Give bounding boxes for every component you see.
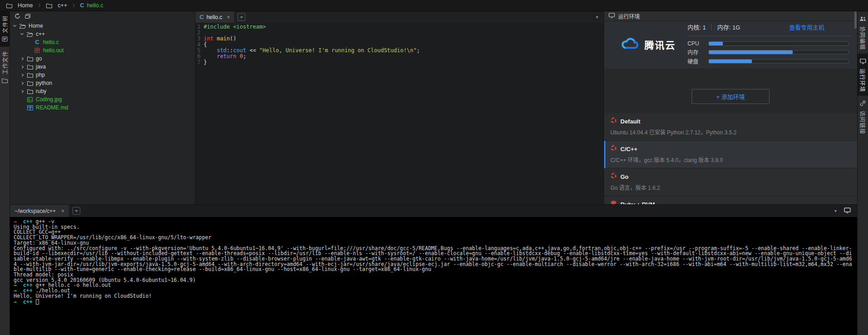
tree-item-php[interactable]: php (10, 71, 195, 79)
code-token: () (230, 36, 236, 42)
memory-spec: 内存: 1G (717, 23, 740, 31)
code-token: "Hello, Universe! I'm running on CloudSt… (259, 48, 417, 54)
terminal-output[interactable]: → c++ g++ -vUsing built-in specs.COLLECT… (10, 217, 857, 335)
breadcrumb-item-helloc[interactable]: C hello.c (80, 2, 103, 9)
close-icon[interactable]: × (61, 208, 64, 214)
terminal-text: Configured with: ../src/configure -v --w… (14, 245, 852, 273)
env-item-c-c-[interactable]: C/C++C/C++ 环境，gcc 版本 5.4.0，clang 版本 3.8.… (604, 141, 857, 168)
chevron-right-icon[interactable] (20, 57, 24, 60)
main-column: Homec++Chello.chello.outgojavaphppythonr… (10, 11, 857, 335)
tree-item-hello-c[interactable]: Chello.c (10, 38, 195, 46)
meter-fill (709, 50, 793, 54)
terminal-text (33, 299, 36, 305)
meter-track (708, 50, 849, 54)
meter-label: 内存 (688, 48, 703, 56)
tree-indent-spacer (28, 41, 30, 44)
left-rail-tab-workspace-files[interactable]: 工作文件 (0, 47, 10, 88)
meter-内存: 内存 (688, 48, 852, 56)
terminal-line: Using built-in specs. (14, 225, 854, 230)
breadcrumb-label: hello.c (87, 2, 103, 9)
tree-item-label: ruby (36, 88, 46, 94)
breadcrumb-item-cpp[interactable]: c++ (45, 2, 67, 9)
new-terminal-button[interactable]: + (73, 207, 80, 215)
meter-track (708, 41, 849, 46)
line-number: 7 (197, 59, 204, 65)
host-info-card: 腾讯云 内核: 1 内存: 1G 查看专用主机 CPU内存硬盘 (604, 21, 857, 69)
code-line: 1#include <iostream> (195, 24, 604, 30)
env-name: Go (620, 173, 629, 180)
chevron-right-icon[interactable] (20, 89, 24, 93)
refresh-icon[interactable] (15, 13, 20, 21)
chevron-right-icon[interactable] (20, 73, 24, 76)
tree-item-readme-md[interactable]: README.md (10, 103, 195, 112)
left-rail-tab-file-tree[interactable]: 文件树 (0, 11, 10, 47)
chevron-down-icon[interactable] (20, 32, 24, 35)
chevron-down-icon[interactable]: ▾ (596, 15, 598, 20)
close-icon[interactable]: × (227, 14, 230, 20)
env-description: Go 语言，版本 1.6.2 (610, 183, 851, 191)
tree-item-hello-out[interactable]: hello.out (10, 46, 195, 54)
monitor-icon (860, 58, 866, 66)
tree-item-label: python (36, 80, 52, 86)
right-rail-tab-label: 协同编辑 (859, 26, 867, 50)
terminal-tab[interactable]: ~/workspace/c++ × (10, 205, 69, 217)
maximize-terminal-icon[interactable] (844, 207, 851, 215)
file-tree: Homec++Chello.chello.outgojavaphppythonr… (10, 22, 195, 112)
tree-item-coding-jpg[interactable]: Coding.jpg (10, 95, 195, 103)
chevron-down-icon[interactable] (13, 24, 16, 27)
meter-cpu: CPU (688, 40, 852, 47)
code-token: } (204, 59, 207, 65)
c-file-icon: C (34, 39, 41, 45)
tree-item-java[interactable]: java (10, 63, 195, 71)
code-editor[interactable]: C hello.c × + ▾ 1#include <iostream>23in… (195, 11, 604, 204)
ruby-icon (610, 200, 617, 204)
env-item-default[interactable]: DefaultUbuntu 14.04.4 已安装 Python 2.7.12，… (604, 113, 857, 141)
terminal-cursor (36, 299, 39, 305)
folder-icon (26, 64, 34, 69)
monitor-icon (609, 13, 615, 20)
markdown-file-icon (26, 105, 34, 110)
folder-open-icon (19, 24, 26, 29)
code-token (214, 36, 217, 42)
tree-item-ruby[interactable]: ruby (10, 87, 195, 95)
folder-icon (26, 89, 34, 94)
view-dedicated-host-link[interactable]: 查看专用主机 (789, 23, 824, 31)
editor-tab-helloc[interactable]: C hello.c × (195, 11, 234, 23)
runtime-environment-panel: 运行环境 腾讯云 内核: 1 内存: 1G 查看专用主机 (604, 11, 857, 204)
main-body: 文件树 工作文件 Homec++Chello.chello.outgojavap… (0, 11, 868, 335)
code-token: #include <iostream> (204, 24, 266, 30)
add-environment-button[interactable]: + 添加环境 (692, 89, 770, 104)
terminal-bar-actions: ▾ (834, 207, 851, 215)
folder-icon (26, 56, 34, 61)
tree-item-go[interactable]: go (10, 54, 195, 63)
tree-item-home[interactable]: Home (10, 22, 195, 30)
right-rail-tab-runtime-env[interactable]: 运行环境 (858, 54, 868, 96)
right-rail-tab-access-link[interactable]: 访问链接 (858, 96, 868, 138)
scrollbar-thumb[interactable] (854, 11, 857, 29)
code-token: ; (243, 54, 246, 59)
folder-icon (45, 3, 53, 8)
terminal-line: Configured with: ../src/configure -v --w… (14, 246, 854, 273)
code-token: << (246, 48, 259, 54)
tree-item-label: Coding.jpg (36, 96, 62, 103)
tree-item-c-[interactable]: c++ (10, 30, 195, 38)
tencent-cloud-icon (619, 36, 641, 53)
code-line: 2 (195, 30, 604, 36)
code-area[interactable]: 1#include <iostream>23int main()4{5 std:… (195, 23, 604, 65)
new-tab-button[interactable]: + (238, 13, 245, 21)
env-item-ruby-rvm[interactable]: Ruby + RVM (604, 196, 857, 204)
right-rail-tab-collab-edit[interactable]: 协同编辑 (858, 11, 868, 54)
spec-divider (711, 24, 712, 30)
tree-item-python[interactable]: python (10, 79, 195, 87)
editor-tab-bar: C hello.c × + ▾ (195, 11, 604, 23)
chevron-right-icon[interactable] (20, 65, 24, 68)
chevron-down-icon[interactable]: ▾ (834, 208, 837, 213)
code-token (236, 54, 239, 59)
chevron-right-icon[interactable] (20, 81, 24, 84)
ubuntu-icon (610, 117, 617, 125)
collapse-all-icon[interactable] (25, 13, 31, 21)
env-item-go[interactable]: GoGo 语言，版本 1.6.2 (604, 168, 857, 196)
terminal-tab-label: ~/workspace/c++ (15, 208, 56, 214)
tree-item-label: c++ (36, 31, 45, 37)
breadcrumb-item-home[interactable]: Home (5, 2, 33, 9)
